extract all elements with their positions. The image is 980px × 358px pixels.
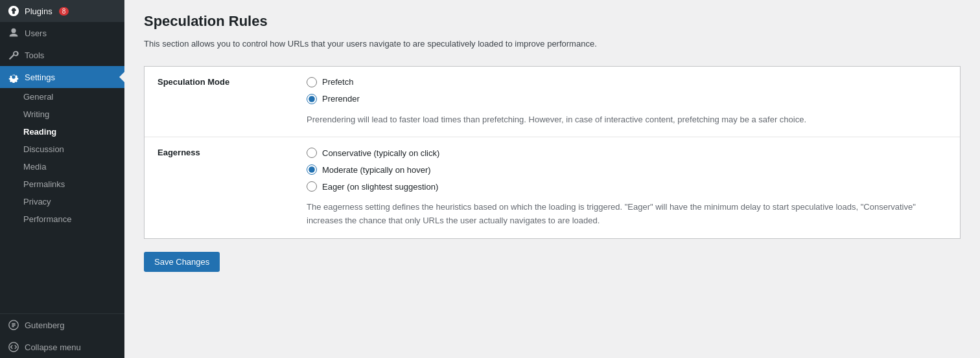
prefetch-option[interactable]: Prefetch xyxy=(307,77,947,87)
eagerness-help-text: The eagerness setting defines the heuris… xyxy=(307,201,947,228)
settings-form: Speculation Mode Prefetch Prerender Prer… xyxy=(144,66,961,239)
page-title: Speculation Rules xyxy=(144,13,961,30)
users-icon xyxy=(8,27,19,39)
plugins-badge: 8 xyxy=(59,7,69,16)
sidebar-item-gutenberg[interactable]: Gutenberg xyxy=(0,314,124,336)
eager-option[interactable]: Eager (on slightest suggestion) xyxy=(307,181,947,192)
sidebar-item-users[interactable]: Users xyxy=(0,22,124,44)
sidebar-item-settings[interactable]: Settings xyxy=(0,66,124,88)
submenu-item-reading[interactable]: Reading xyxy=(0,123,124,140)
collapse-icon xyxy=(8,341,19,353)
eager-label: Eager (on slightest suggestion) xyxy=(322,182,438,192)
main-content: Speculation Rules This section allows yo… xyxy=(124,0,980,358)
speculation-mode-fields: Prefetch Prerender Prerendering will lea… xyxy=(307,77,947,127)
tools-label: Tools xyxy=(25,50,44,60)
conservative-label: Conservative (typically on click) xyxy=(322,148,439,158)
eagerness-fields: Conservative (typically on click) Modera… xyxy=(307,148,947,228)
prefetch-label: Prefetch xyxy=(322,77,353,87)
save-changes-button[interactable]: Save Changes xyxy=(144,252,220,272)
speculation-help-text: Prerendering will lead to faster load ti… xyxy=(307,113,947,127)
prerender-option[interactable]: Prerender xyxy=(307,94,947,104)
prefetch-radio[interactable] xyxy=(307,77,317,87)
page-description: This section allows you to control how U… xyxy=(144,38,961,50)
submenu-item-performance[interactable]: Performance xyxy=(0,210,124,228)
moderate-radio[interactable] xyxy=(307,164,317,175)
submenu-item-writing[interactable]: Writing xyxy=(0,106,124,123)
sidebar: Plugins 8 Users Tools Settings General W… xyxy=(0,0,124,358)
submenu-item-discussion[interactable]: Discussion xyxy=(0,140,124,158)
sidebar-item-collapse[interactable]: Collapse menu xyxy=(0,336,124,358)
moderate-option[interactable]: Moderate (typically on hover) xyxy=(307,164,947,175)
speculation-mode-label: Speculation Mode xyxy=(158,77,307,127)
collapse-label: Collapse menu xyxy=(25,342,81,352)
eager-radio[interactable] xyxy=(307,181,317,192)
speculation-mode-section: Speculation Mode Prefetch Prerender Prer… xyxy=(145,67,960,138)
submenu-item-permalinks[interactable]: Permalinks xyxy=(0,175,124,193)
settings-icon xyxy=(8,71,19,83)
tools-icon xyxy=(8,49,19,61)
sidebar-bottom: Gutenberg Collapse menu xyxy=(0,313,124,358)
prerender-label: Prerender xyxy=(322,94,360,104)
conservative-radio[interactable] xyxy=(307,148,317,158)
prerender-radio[interactable] xyxy=(307,94,317,104)
settings-label: Settings xyxy=(25,73,55,82)
users-label: Users xyxy=(25,28,47,38)
submenu-item-general[interactable]: General xyxy=(0,88,124,106)
conservative-option[interactable]: Conservative (typically on click) xyxy=(307,148,947,158)
plugins-icon xyxy=(8,5,19,17)
sidebar-item-plugins[interactable]: Plugins 8 xyxy=(0,0,124,22)
gutenberg-label: Gutenberg xyxy=(25,320,64,330)
eagerness-section: Eagerness Conservative (typically on cli… xyxy=(145,137,960,238)
settings-submenu: General Writing Reading Discussion Media… xyxy=(0,88,124,228)
plugins-label: Plugins xyxy=(25,6,52,16)
eagerness-label: Eagerness xyxy=(158,148,307,228)
submenu-item-media[interactable]: Media xyxy=(0,158,124,175)
moderate-label: Moderate (typically on hover) xyxy=(322,165,431,175)
gutenberg-icon xyxy=(8,319,19,331)
submenu-item-privacy[interactable]: Privacy xyxy=(0,193,124,210)
sidebar-item-tools[interactable]: Tools xyxy=(0,44,124,66)
